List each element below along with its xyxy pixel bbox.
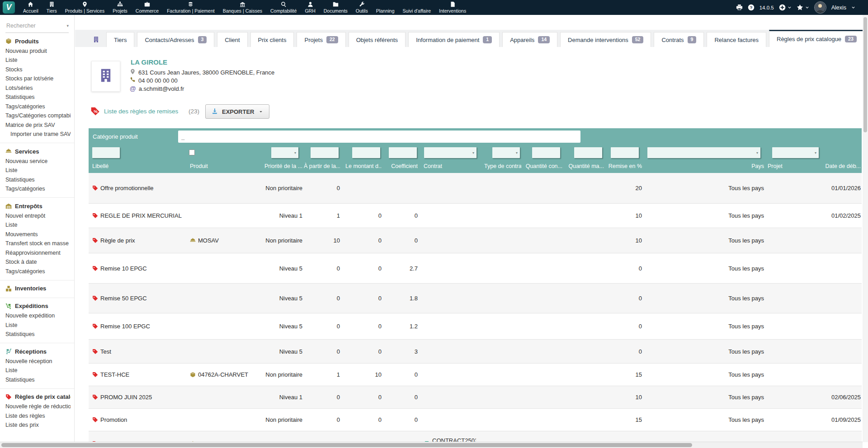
nav-item-banques-caisses[interactable]: Banques | Caisses [219, 0, 266, 15]
column-header-date-debut[interactable]: Date de déb... [810, 161, 861, 173]
sidebar-item-importer-une-trame-sav[interactable]: Importer une trame SAV [5, 131, 71, 137]
sidebar-item-stocks-par-lot-s-rie[interactable]: Stocks par lot/série [5, 75, 71, 82]
search-caret-icon[interactable]: ▾ [66, 23, 69, 28]
libelle-value[interactable]: TEST-HCE [100, 371, 129, 378]
produit-value[interactable]: MOSAV [198, 237, 219, 244]
sidebar-item-nouvelle-r-gle-de-r-duction[interactable]: Nouvelle règle de réduction [5, 403, 71, 410]
app-logo[interactable]: V [3, 1, 15, 14]
table-row[interactable]: Remise 100 EPGCNiveau 5001.20Tous les pa… [89, 313, 862, 339]
filter-quantite-max-input[interactable] [574, 147, 602, 158]
column-header-libelle[interactable]: Libellé [92, 161, 188, 173]
tab-contrats[interactable]: Contrats9 [654, 32, 704, 47]
tab-client[interactable]: Client [217, 32, 247, 47]
tab-contacts-adresses[interactable]: Contacts/Adresses3 [137, 32, 214, 47]
sidebar-section-title-exp-ditions[interactable]: Expéditions [5, 303, 71, 310]
sidebar-item-lots-s-ries[interactable]: Lots/séries [5, 85, 71, 91]
filter-type-contrat-select[interactable]: ▾ [492, 147, 520, 158]
user-name[interactable]: Alexis [831, 5, 846, 11]
column-header-projet[interactable]: Projet [768, 161, 813, 173]
filter-libelle-input[interactable] [92, 147, 120, 158]
filter-remise-input[interactable] [611, 147, 639, 158]
filter-montant-input[interactable] [352, 147, 380, 158]
category-filter-input[interactable] [178, 131, 580, 143]
libelle-value[interactable]: Remise 100 EPGC [100, 323, 150, 330]
libelle-value[interactable]: Test [100, 348, 111, 355]
table-row[interactable]: PromotionNon prioritaire00015Tous les pa… [89, 408, 862, 431]
sidebar-section-title-inventories[interactable]: Inventories [5, 285, 71, 292]
column-header-a-partir[interactable]: À partir de la... [304, 161, 340, 173]
table-row[interactable]: PROMO JUIN 2025Niveau 100010Tous les pay… [89, 386, 862, 408]
tab-information-de-paiement[interactable]: Information de paiement1 [408, 32, 500, 47]
column-header-remise[interactable]: Remise en % [607, 161, 642, 173]
filter-projet-select[interactable]: ▾ [772, 147, 819, 158]
column-header-qte-max[interactable]: Quantité ma... [567, 161, 604, 173]
print-icon[interactable] [736, 4, 743, 11]
column-header-pays[interactable]: Pays [651, 161, 764, 173]
nav-item-produits-services[interactable]: Produits | Services [61, 0, 108, 15]
filter-quantite-min-input[interactable] [532, 147, 560, 158]
sidebar-item-stock-date[interactable]: Stock à date [5, 259, 71, 265]
tab-appareils[interactable]: Appareils14 [502, 32, 557, 47]
filter-priorite-select[interactable]: ▾ [271, 147, 298, 158]
sidebar-item-liste[interactable]: Liste [5, 367, 71, 373]
table-row[interactable]: Offre promotionnelleNon prioritaire020To… [89, 173, 862, 203]
filter-pays-select[interactable]: ▾ [647, 147, 760, 158]
column-header-coefficient[interactable]: Coefficient [383, 161, 418, 173]
company-avatar-card[interactable] [91, 61, 120, 92]
libelle-value[interactable]: REGLE DE PRIX MERCURIAL [100, 212, 182, 219]
table-row[interactable]: Règle de prixMOSAVNon prioritaire100010T… [89, 228, 862, 253]
sidebar-item-stocks[interactable]: Stocks [5, 66, 71, 73]
company-email[interactable]: a.schmitt@vold.fr [139, 85, 184, 92]
table-row[interactable]: REGLE DE PRIX MERCURIALNiveau 110010Tous… [89, 203, 862, 228]
nav-item-tiers[interactable]: Tiers [42, 0, 61, 15]
sidebar-item-statistiques[interactable]: Statistiques [5, 94, 71, 100]
nav-item-suivi-d-affaire[interactable]: Suivi d'affaire [399, 0, 435, 15]
tab-projets[interactable]: Projets22 [297, 32, 345, 47]
list-title[interactable]: Liste des règles de remises [104, 108, 178, 115]
nav-item-interventions[interactable]: Interventions [435, 0, 470, 15]
column-header-type-contrat[interactable]: Type de contrat [484, 161, 521, 173]
sidebar-item-liste[interactable]: Liste [5, 222, 71, 228]
column-header-montant[interactable]: Le montant d... [345, 161, 382, 173]
column-header-qte-min[interactable]: Quantité con... [525, 161, 562, 173]
libelle-value[interactable]: Remise 50 EPGC [100, 295, 147, 302]
sidebar-item-statistiques[interactable]: Statistiques [5, 177, 71, 183]
sidebar-item-matrice-de-prix-sav[interactable]: Matrice de prix SAV [5, 122, 71, 128]
company-name[interactable]: LA GIROLE [131, 58, 167, 66]
filter-a-partir-input[interactable] [311, 147, 339, 158]
sidebar-item-statistiques[interactable]: Statistiques [5, 331, 71, 337]
tab-object-icon[interactable] [89, 32, 104, 47]
sidebar-section-title-produits[interactable]: Produits [5, 37, 71, 45]
sidebar-item-nouvelle-exp-dition[interactable]: Nouvelle expédition [5, 313, 71, 319]
sidebar-item-transfert-stock-en-masse[interactable]: Transfert stock en masse [5, 240, 71, 247]
libelle-value[interactable]: PROMO JUIN 2025 [100, 394, 152, 401]
sidebar-section-title-services[interactable]: Services [5, 148, 71, 155]
tab-r-gles-de-prix-catalogue[interactable]: Règles de prix catalogue23 [769, 30, 864, 47]
company-phone[interactable]: 04 00 00 00 00 [138, 77, 178, 84]
sidebar-section-title-r-ceptions[interactable]: Réceptions [5, 348, 71, 355]
column-header-contrat[interactable]: Contrat [424, 161, 476, 173]
user-menu-caret-icon[interactable] [851, 5, 855, 9]
sidebar-section-title-entrep-ts[interactable]: Entrepôts [5, 202, 71, 210]
table-row[interactable]: TEST-HCE04762A-CHARVETNon prioritaire110… [89, 363, 862, 386]
vertical-scrollbar-thumb[interactable] [863, 17, 867, 132]
sidebar-item-nouveau-produit[interactable]: Nouveau produit [5, 48, 71, 54]
libelle-value[interactable]: Règle de prix [100, 237, 135, 244]
table-row[interactable]: TestNiveau 50030Tous les pays [89, 339, 862, 363]
sidebar-item-tags-cat-gories[interactable]: Tags/catégories [5, 103, 71, 110]
column-header-priorite[interactable]: Priorité de la ... [238, 161, 302, 173]
sidebar-section-title-r-gles-de-prix-catalo[interactable]: Règles de prix catalo... [5, 393, 71, 401]
nav-item-accueil[interactable]: Accueil [19, 0, 42, 15]
filter-produit-checkbox[interactable] [189, 149, 195, 155]
tab-objets-r-f-rents[interactable]: Objets référents [349, 32, 406, 47]
libelle-value[interactable]: Offre promotionnelle [100, 185, 154, 191]
nav-item-projets[interactable]: Projets [108, 0, 132, 15]
horizontal-scrollbar-thumb[interactable] [1, 443, 692, 447]
tab-demande-interventions[interactable]: Demande interventions52 [560, 32, 651, 47]
help-icon[interactable]: ? [748, 4, 755, 11]
table-row[interactable]: Remise 10 EPGCNiveau 5002.70Tous les pay… [89, 253, 862, 283]
sidebar-item-mouvements[interactable]: Mouvements [5, 231, 71, 238]
tab-prix-clients[interactable]: Prix clients [250, 32, 294, 47]
bookmarks-button[interactable] [797, 4, 809, 11]
sidebar-item-liste[interactable]: Liste [5, 57, 71, 63]
